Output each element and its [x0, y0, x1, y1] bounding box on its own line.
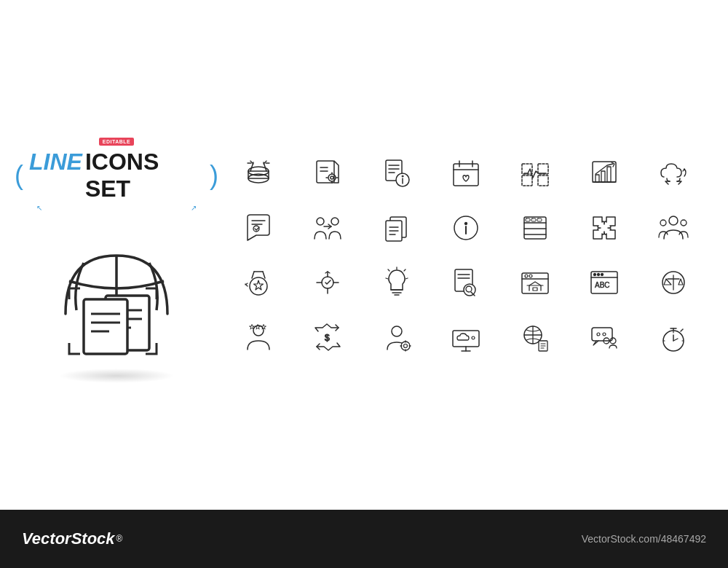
svg-rect-5	[84, 299, 127, 354]
svg-rect-34	[454, 164, 478, 186]
icon-shadow	[58, 368, 175, 383]
settings-person-icon	[371, 312, 422, 363]
svg-point-99	[525, 275, 528, 277]
balance-medal-icon	[648, 257, 699, 308]
stopwatch-icon	[648, 312, 699, 363]
svg-point-33	[402, 175, 403, 177]
color-palette-icon	[510, 202, 561, 253]
globe-document-svg	[44, 226, 189, 372]
svg-line-73	[263, 272, 265, 278]
svg-point-134	[597, 333, 600, 336]
team-arrow-icon	[302, 202, 353, 253]
document-settings-icon	[302, 148, 353, 199]
svg-rect-61	[524, 217, 546, 239]
corner-tl: ↖	[36, 204, 42, 212]
svg-rect-46	[607, 167, 611, 182]
corner-tr: ↗	[191, 204, 197, 212]
svg-point-60	[465, 222, 467, 224]
main-featured-icon	[44, 226, 189, 372]
svg-point-107	[601, 273, 604, 275]
svg-text:ABC: ABC	[595, 281, 610, 289]
icons-grid: ABC ★★★	[233, 133, 728, 377]
registered-symbol: ®	[116, 534, 123, 544]
svg-line-88	[388, 269, 389, 271]
svg-rect-44	[596, 175, 599, 182]
svg-point-115	[392, 326, 402, 336]
svg-point-116	[401, 342, 410, 350]
svg-line-89	[405, 278, 408, 279]
content-area: EDITABLE ( LINE ICONS SET ) ↖ ↗	[0, 0, 728, 510]
svg-marker-75	[254, 280, 264, 290]
svg-point-69	[660, 220, 666, 226]
url-text: VectorStock.com/48467492	[582, 533, 706, 545]
svg-rect-40	[522, 175, 532, 186]
calendar-heart-icon	[440, 148, 491, 199]
svg-rect-66	[531, 218, 536, 221]
title-text: LINE ICONS SET	[29, 149, 204, 202]
vectorstock-logo: VectorStock ®	[22, 529, 122, 548]
svg-point-20	[331, 176, 333, 179]
certificate-icon	[233, 202, 284, 253]
svg-point-100	[529, 275, 532, 277]
svg-rect-102	[533, 288, 537, 291]
title-container: EDITABLE ( LINE ICONS SET ) ↖ ↗	[15, 138, 218, 212]
svg-point-70	[681, 220, 687, 226]
dollar-exchange-icon: $	[302, 312, 353, 363]
drum-icon	[233, 148, 284, 199]
svg-point-135	[603, 333, 606, 336]
svg-rect-65	[526, 218, 530, 221]
svg-text:$: $	[325, 333, 330, 343]
bottom-bar: VectorStock ® VectorStock.com/48467492	[0, 510, 728, 568]
team-group-icon	[648, 202, 699, 253]
svg-line-140	[673, 339, 678, 341]
chat-people-icon	[579, 312, 630, 363]
title-line-text: LINE	[29, 149, 82, 175]
puzzle-icon	[579, 202, 630, 253]
svg-point-106	[598, 273, 600, 275]
document-copy-icon	[371, 202, 422, 253]
info-circle-icon	[440, 202, 491, 253]
brand-name: VectorStock	[22, 529, 115, 548]
global-document-icon	[510, 312, 561, 363]
svg-rect-45	[601, 171, 605, 182]
svg-rect-67	[537, 218, 542, 221]
document-search-icon	[440, 257, 491, 308]
svg-line-143	[681, 329, 683, 331]
svg-line-87	[404, 269, 405, 271]
cloud-monitor-icon	[440, 312, 491, 363]
svg-rect-133	[592, 328, 612, 341]
home-browser-icon	[510, 257, 561, 308]
user-stars-icon: ★★★	[233, 312, 284, 363]
svg-line-77	[245, 283, 248, 285]
abc-window-icon: ABC	[579, 257, 630, 308]
svg-point-50	[317, 218, 324, 225]
heartbeat-scan-icon	[510, 148, 561, 199]
svg-point-105	[594, 273, 596, 275]
svg-point-51	[331, 218, 339, 225]
bracket-left: (	[15, 162, 23, 189]
editable-badge: EDITABLE	[99, 138, 134, 146]
svg-rect-39	[538, 164, 548, 174]
svg-rect-122	[453, 331, 479, 347]
svg-text:★★★: ★★★	[249, 323, 266, 331]
svg-point-68	[669, 216, 678, 225]
svg-line-72	[252, 272, 254, 278]
left-panel: EDITABLE ( LINE ICONS SET ) ↖ ↗	[0, 0, 233, 510]
medal-star-icon	[233, 257, 284, 308]
report-info-icon	[371, 148, 422, 199]
workflow-check-icon	[302, 257, 353, 308]
svg-line-90	[386, 278, 388, 279]
title-row: ( LINE ICONS SET )	[15, 149, 218, 202]
svg-rect-41	[538, 175, 548, 186]
growth-chart-icon	[579, 148, 630, 199]
cloud-sync-icon	[648, 148, 699, 199]
title-icons-set-text: ICONS SET	[85, 149, 204, 202]
svg-point-125	[472, 336, 475, 339]
svg-rect-42	[593, 162, 616, 182]
lightbulb-icon	[371, 257, 422, 308]
bracket-right: )	[210, 162, 218, 189]
